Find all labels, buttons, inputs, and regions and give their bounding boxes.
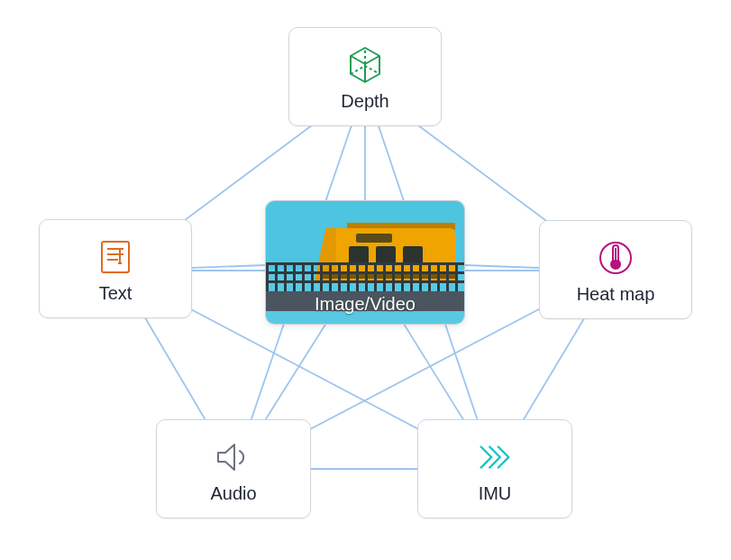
node-heatmap-label: Heat map xyxy=(577,284,655,305)
node-imu-label: IMU xyxy=(479,483,512,504)
node-image-video: Image/Video xyxy=(265,200,465,325)
node-image-video-label: Image/Video xyxy=(266,294,464,315)
node-text: Text xyxy=(39,219,192,318)
arrows-icon xyxy=(474,436,516,478)
node-audio: Audio xyxy=(156,419,311,519)
train-image: Image/Video xyxy=(266,201,464,324)
speaker-icon xyxy=(213,436,254,478)
svg-rect-15 xyxy=(102,242,129,272)
node-imu: IMU xyxy=(417,419,572,519)
node-depth-label: Depth xyxy=(341,91,388,112)
node-depth: Depth xyxy=(288,27,442,126)
text-page-icon xyxy=(95,236,136,278)
cube-icon xyxy=(344,44,386,86)
thermometer-icon xyxy=(595,237,636,279)
node-audio-label: Audio xyxy=(210,483,256,504)
node-heatmap: Heat map xyxy=(539,220,692,319)
svg-point-22 xyxy=(612,261,619,268)
node-text-label: Text xyxy=(99,283,132,304)
